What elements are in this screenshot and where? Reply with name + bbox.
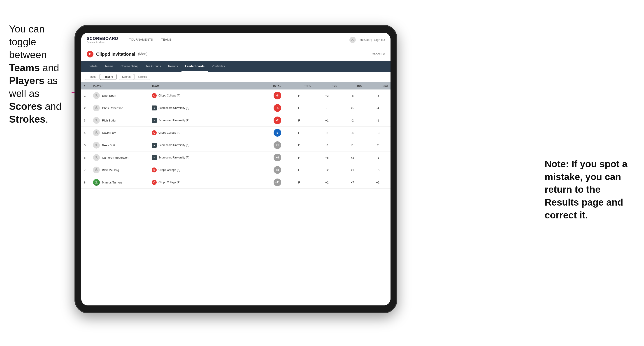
team-logo: S (152, 118, 157, 123)
sub-tab-scores[interactable]: Scores (119, 74, 134, 80)
cell-total: E (251, 127, 284, 139)
team-name: Clippd College [A] (158, 131, 180, 134)
col-header-player: PLAYER (90, 82, 149, 89)
cell-rd3: -1 (365, 152, 390, 164)
cell-thru: F (284, 152, 314, 164)
svg-point-6 (96, 144, 97, 145)
cell-thru: F (284, 102, 314, 114)
tab-details[interactable]: Details (85, 61, 101, 72)
player-avatar (93, 105, 100, 111)
tab-results[interactable]: Results (164, 61, 182, 72)
cell-rd2: -6 (340, 89, 365, 102)
player-name: Elliot Ebert (102, 94, 116, 97)
player-avatar (93, 179, 100, 186)
team-logo: C (152, 180, 157, 185)
cell-rd1: +1 (314, 114, 340, 127)
tournament-logo: C (87, 51, 94, 57)
cell-rd1: -5 (314, 102, 340, 114)
col-header-rd2: RD2 (340, 82, 365, 89)
sign-out-button[interactable]: Sign out (374, 38, 385, 41)
cell-thru: F (284, 176, 314, 189)
svg-point-7 (96, 156, 97, 158)
logo-subtitle: Powered by clippd (87, 41, 118, 43)
cell-team: CClippd College [A] (149, 127, 251, 139)
cell-rd2: +7 (340, 176, 365, 189)
player-name: Cameron Robertson (102, 156, 128, 159)
table-row: 4David FordCClippd College [A]EF+1-4+3 (81, 127, 390, 139)
team-logo: C (152, 130, 157, 135)
tab-course-setup[interactable]: Course Setup (117, 61, 142, 72)
cell-rank: 7 (81, 164, 90, 176)
sub-tab-teams[interactable]: Teams (85, 74, 100, 80)
cell-rank: 1 (81, 89, 90, 102)
cancel-button[interactable]: Cancel ✕ (372, 52, 385, 56)
tab-printables[interactable]: Printables (208, 61, 228, 72)
table-row: 8Marcus TurnersCClippd College [A]+11F+2… (81, 176, 390, 189)
cell-thru: F (284, 164, 314, 176)
col-header-rank: # (81, 82, 90, 89)
nav-links: TOURNAMENTS TEAMS (125, 33, 350, 47)
cell-team: CClippd College [A] (149, 164, 251, 176)
team-name: Clippd College [A] (158, 181, 180, 184)
tab-teams[interactable]: Teams (101, 61, 117, 72)
svg-point-9 (96, 181, 97, 182)
tournament-title-row: C Clippd Invitational (Men) (87, 51, 148, 57)
team-name: Scoreboard University [A] (158, 156, 189, 159)
svg-point-2 (96, 94, 97, 96)
left-annotation: You can toggle between Teams and Players… (9, 22, 72, 126)
cell-player: Chris Robertson (90, 102, 149, 114)
team-logo: S (152, 143, 157, 148)
cell-rd1: +2 (314, 164, 340, 176)
cell-player: Marcus Turners (90, 176, 149, 189)
player-avatar (93, 167, 100, 173)
tournament-gender: (Men) (138, 52, 148, 56)
cell-rank: 6 (81, 152, 90, 164)
cell-rank: 3 (81, 114, 90, 127)
team-name: Scoreboard University [A] (158, 106, 189, 110)
cell-team: CClippd College [A] (149, 176, 251, 189)
cell-player: Cameron Robertson (90, 152, 149, 164)
nav-teams[interactable]: TEAMS (157, 33, 176, 47)
cell-rd1: +1 (314, 127, 340, 139)
cell-rd3: -4 (365, 102, 390, 114)
cell-rd3: E (365, 139, 390, 152)
nav-user: Test User | Sign out (350, 37, 385, 43)
cell-thru: F (284, 114, 314, 127)
cell-total: +11 (251, 176, 284, 189)
cell-rd2: -4 (340, 127, 365, 139)
cell-rank: 2 (81, 102, 90, 114)
tab-tee-groups[interactable]: Tee Groups (142, 61, 164, 72)
player-avatar (93, 129, 100, 136)
cell-rd1: +2 (314, 176, 340, 189)
player-avatar (93, 142, 100, 149)
cell-rank: 8 (81, 176, 90, 189)
team-name: Scoreboard University [A] (158, 119, 189, 122)
cell-player: Rich Butler (90, 114, 149, 127)
cell-rd1: +1 (314, 139, 340, 152)
close-icon: ✕ (382, 52, 385, 56)
player-name: David Ford (102, 131, 116, 135)
table-row: 2Chris RobertsonSScoreboard University [… (81, 102, 390, 114)
team-name: Clippd College [A] (158, 94, 180, 97)
cell-team: SScoreboard University [A] (149, 102, 251, 114)
team-name: Clippd College [A] (158, 168, 180, 172)
cell-rd2: +2 (340, 152, 365, 164)
cell-total: -2 (251, 114, 284, 127)
right-annotation: Note: If you spot a mistake, you can ret… (545, 158, 630, 222)
team-name: Scoreboard University [A] (158, 144, 189, 147)
cell-rd1: +3 (314, 89, 340, 102)
table-row: 5Rees BrittSScoreboard University [A]+1F… (81, 139, 390, 152)
cell-player: Rees Britt (90, 139, 149, 152)
cell-team: SScoreboard University [A] (149, 114, 251, 127)
sub-tab-players[interactable]: Players (100, 74, 116, 80)
leaderboard-table: # PLAYER TEAM TOTAL THRU RD1 RD2 RD3 1El… (81, 82, 390, 189)
cell-rd3: -1 (365, 114, 390, 127)
tab-leaderboards[interactable]: Leaderboards (182, 61, 208, 72)
user-name: Test User | (358, 38, 372, 41)
cell-total: +6 (251, 152, 284, 164)
sub-tab-strokes[interactable]: Strokes (134, 74, 150, 80)
cell-rd2: +1 (340, 164, 365, 176)
cell-thru: F (284, 89, 314, 102)
nav-tournaments[interactable]: TOURNAMENTS (125, 33, 157, 47)
cell-rank: 4 (81, 127, 90, 139)
